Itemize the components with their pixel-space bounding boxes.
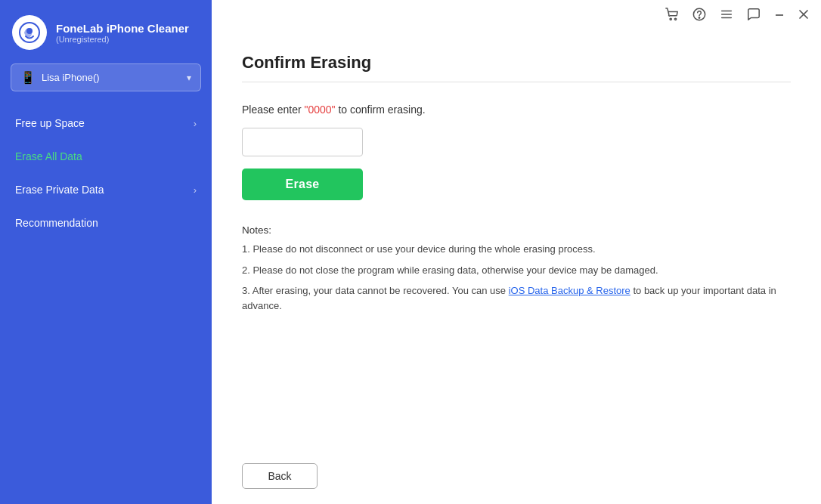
svg-point-1 — [26, 28, 33, 34]
sidebar-item-label: Erase All Data — [15, 150, 82, 162]
note-item-1: 1. Please do not disconnect or use your … — [242, 242, 791, 257]
sidebar-item-recommendation[interactable]: Recommendation — [0, 206, 212, 240]
app-name: FoneLab iPhone Cleaner — [56, 22, 189, 35]
note-item-2: 2. Please do not close the program while… — [242, 263, 791, 278]
sidebar: FoneLab iPhone Cleaner (Unregistered) 📱 … — [0, 0, 212, 504]
menu-icon[interactable] — [720, 8, 733, 24]
chevron-down-icon: ▾ — [187, 73, 191, 83]
svg-point-5 — [699, 17, 699, 18]
note-3-prefix: 3. After erasing, your data cannot be re… — [242, 285, 509, 296]
question-icon[interactable] — [692, 8, 706, 24]
page-title: Confirm Erasing — [242, 53, 791, 73]
main-panel: Confirm Erasing Please enter "0000" to c… — [212, 0, 821, 504]
confirm-code: "0000" — [305, 104, 336, 116]
app-header: FoneLab iPhone Cleaner (Unregistered) — [0, 0, 212, 63]
footer: Back — [212, 451, 821, 504]
svg-point-2 — [670, 18, 671, 20]
notes-label: Notes: — [242, 224, 791, 236]
app-title: FoneLab iPhone Cleaner (Unregistered) — [56, 22, 189, 44]
sidebar-item-erase-private-data[interactable]: Erase Private Data › — [0, 173, 212, 206]
close-icon[interactable] — [798, 9, 809, 23]
device-selector-left: 📱 Lisa iPhone() — [20, 70, 100, 85]
minimize-icon[interactable] — [774, 9, 785, 23]
note-item-3: 3. After erasing, your data cannot be re… — [242, 283, 791, 313]
chevron-right-icon: › — [194, 118, 197, 129]
erase-button[interactable]: Erase — [242, 169, 363, 200]
chat-icon[interactable] — [747, 8, 761, 24]
sidebar-item-label: Erase Private Data — [15, 184, 104, 196]
confirm-code-input[interactable] — [242, 128, 363, 156]
sidebar-item-label: Free up Space — [15, 117, 85, 129]
sidebar-item-free-up-space[interactable]: Free up Space › — [0, 107, 212, 140]
app-logo — [12, 15, 47, 50]
sidebar-item-label: Recommendation — [15, 217, 98, 229]
sidebar-item-erase-all-data[interactable]: Erase All Data — [0, 140, 212, 173]
chevron-right-icon: › — [194, 184, 197, 196]
cart-icon[interactable] — [665, 8, 679, 24]
titlebar-icons — [665, 8, 809, 24]
svg-point-3 — [674, 18, 676, 20]
titlebar — [212, 0, 821, 32]
sidebar-nav: Free up Space › Erase All Data Erase Pri… — [0, 104, 212, 504]
content-area: Confirm Erasing Please enter "0000" to c… — [212, 32, 821, 451]
device-selector[interactable]: 📱 Lisa iPhone() ▾ — [11, 63, 201, 91]
app-subtitle: (Unregistered) — [56, 35, 189, 44]
confirm-suffix: to confirm erasing. — [336, 104, 426, 116]
divider — [242, 82, 791, 82]
device-name: Lisa iPhone() — [42, 72, 100, 83]
confirm-text: Please enter "0000" to confirm erasing. — [242, 104, 791, 116]
confirm-prefix: Please enter — [242, 104, 305, 116]
notes-section: Notes: 1. Please do not disconnect or us… — [242, 224, 791, 319]
back-button[interactable]: Back — [242, 463, 318, 489]
ios-backup-restore-link[interactable]: iOS Data Backup & Restore — [509, 285, 630, 296]
phone-icon: 📱 — [20, 70, 36, 85]
